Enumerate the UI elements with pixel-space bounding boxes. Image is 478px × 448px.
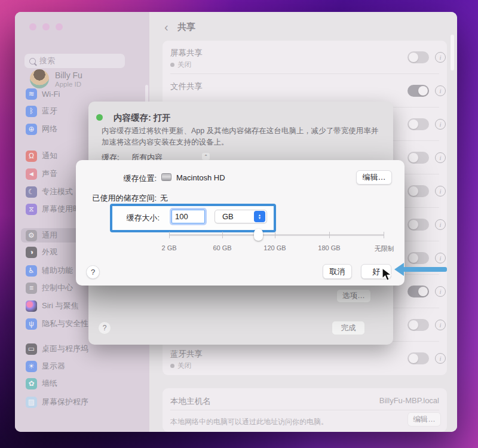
cache-size-input[interactable] [171,210,205,223]
info-icon[interactable]: i [435,219,446,230]
info-icon[interactable]: i [435,253,446,263]
slider-thumb[interactable] [254,229,263,241]
toggle[interactable] [407,252,429,264]
cache-size-dialog: 缓存位置: Macintosh HD 编辑… 已使用的储存空间: 无 缓存大小:… [76,160,405,286]
search-placeholder: 搜索 [39,56,55,66]
siri-icon [26,300,37,312]
screen-sharing-toggle[interactable] [407,51,429,63]
toggle[interactable] [407,118,429,130]
cache-size-label: 缓存大小: [70,213,160,223]
hourglass-icon: ⧖ [26,204,37,215]
used-storage-label: 已使用的储存空间: [67,193,157,204]
sheet-description: 内容缓存通过将软件更新、App 及其他内容储存在这台电脑上，减少了带宽使用率并加… [102,125,381,148]
info-icon[interactable]: i [435,186,446,197]
display-brightness-icon: ☀ [26,361,37,372]
minimize-window-icon[interactable] [42,23,50,30]
toggle[interactable] [407,185,429,197]
wifi-icon: ≋ [26,88,37,100]
control-center-icon: ≡ [26,283,37,294]
used-storage-value: 无 [160,193,168,204]
cancel-button[interactable]: 取消 [323,264,352,279]
info-icon[interactable]: i [435,320,446,330]
disk-icon [161,173,171,181]
sidebar-item-displays[interactable]: ☀ 显示器 [21,359,140,373]
bell-icon: Ω [26,151,37,162]
zoom-window-icon[interactable] [56,23,63,30]
sheet-title: 内容缓存: 打开 [114,112,171,124]
sidebar-item-wallpaper[interactable]: ✿ 墙纸 [21,376,140,391]
hostname-card: 本地主机名 BillyFu-MBP.local 本地网络中的电脑可以通过此地址访… [163,388,447,432]
options-button[interactable]: 选项… [336,289,371,303]
mouse-cursor-icon [382,268,393,284]
unit-value: GB [215,212,254,221]
dock-icon: ▭ [26,343,37,355]
status-green-dot [96,114,103,121]
hand-icon: ψ [26,318,37,330]
back-chevron-icon[interactable]: ‹ [164,20,168,34]
stepper-chevrons-icon: ▴▾ [254,211,265,222]
file-sharing-toggle[interactable] [407,85,429,97]
info-icon[interactable]: i [435,353,446,364]
hostname-value: BillyFu-MBP.local [379,396,439,405]
tick-label: 180 GB [311,244,347,251]
bluetooth-icon: ᛒ [26,106,37,117]
status-dot [170,63,174,67]
info-icon[interactable]: i [435,85,446,96]
tick-label: 无限制 [366,244,402,253]
info-icon[interactable]: i [435,52,446,63]
avatar[interactable] [30,69,49,88]
hostname-edit-button[interactable]: 编辑… [407,412,441,426]
cache-size-slider[interactable] [169,234,384,236]
annotation-arrow [394,263,447,276]
cache-location-value: Macintosh HD [176,173,225,182]
hostname-label: 本地主机名 [170,396,211,407]
cache-location-label: 缓存位置: [67,173,157,184]
sheet-help-button[interactable]: ? [98,321,111,335]
unit-select[interactable]: GB ▴▾ [215,210,267,223]
accessibility-icon: ♿ [26,265,37,277]
dialog-help-button[interactable]: ? [86,265,100,279]
sidebar-item-wifi[interactable]: ≋ Wi-Fi [21,87,140,101]
bluetooth-sharing-toggle[interactable] [407,352,429,364]
info-icon[interactable]: i [435,152,446,163]
content-caching-toggle[interactable] [407,286,429,297]
toggle[interactable] [407,152,429,164]
globe-icon: ⊕ [26,124,37,135]
tick-label: 60 GB [204,244,240,251]
toggle[interactable] [407,319,429,331]
status-dot [170,364,174,368]
gear-icon: ⚙ [26,230,37,241]
speaker-icon: ◀ [26,168,37,180]
row-screen-sharing: 屏幕共享 关闭 i [163,41,447,74]
edit-location-button[interactable]: 编辑… [356,170,392,185]
flower-icon: ✿ [26,378,37,389]
close-window-icon[interactable] [29,23,36,30]
screensaver-icon: ▨ [26,397,37,408]
tick-label: 2 GB [151,244,187,251]
info-icon[interactable]: i [435,286,446,297]
divider [170,410,439,410]
row-bluetooth-sharing: 蓝牙共享 关闭 i [163,342,447,375]
info-icon[interactable]: i [435,119,446,130]
tick-label: 120 GB [257,244,293,251]
search-icon [29,58,36,65]
moon-icon: ☾ [26,186,37,198]
sidebar-item-screen-saver[interactable]: ▨ 屏幕保护程序 [21,395,140,409]
popup-chevron-icon[interactable]: ⌃ [202,153,210,160]
main-scrollbar[interactable] [451,35,454,70]
toggle[interactable] [407,219,429,231]
done-button[interactable]: 完成 [332,321,365,335]
page-title: 共享 [177,22,195,33]
search-input[interactable]: 搜索 [24,54,125,68]
account-name[interactable]: Billy Fu [55,70,82,80]
hostname-description: 本地网络中的电脑可以通过此地址访问你的电脑。 [170,417,328,427]
appearance-icon: ◑ [26,247,37,258]
